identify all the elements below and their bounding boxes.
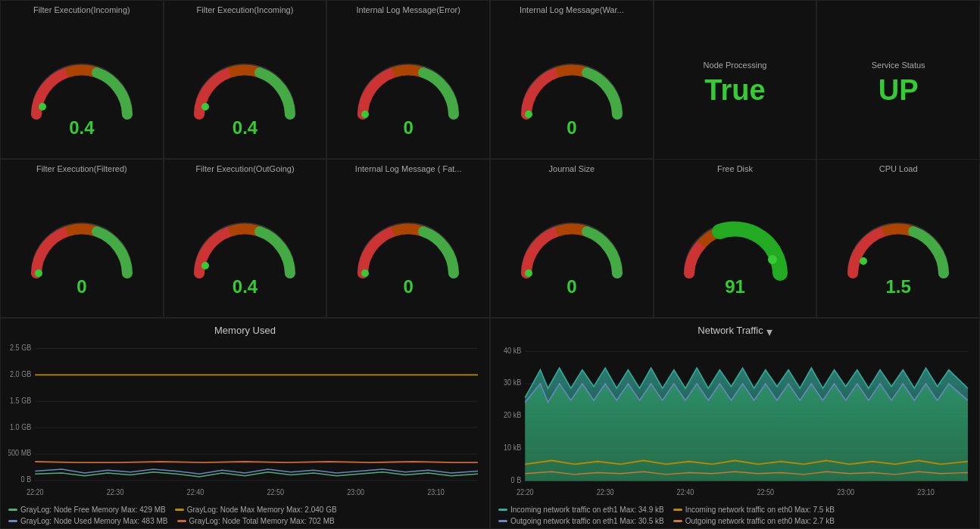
svg-text:0 B: 0 B	[21, 475, 32, 484]
gauge-value: 1.5	[885, 276, 910, 297]
gauge-visual: 0.4	[4, 16, 160, 155]
gauge-title: Filter Execution(Filtered)	[36, 164, 127, 173]
gauge-title: Journal Size	[549, 164, 595, 173]
memory-chart-title: Memory Used	[8, 325, 482, 336]
svg-text:22:20: 22:20	[517, 487, 534, 496]
svg-text:1.0 GB: 1.0 GB	[10, 422, 31, 431]
svg-point-2	[361, 110, 369, 118]
gauge-value: 0	[76, 276, 86, 297]
legend-item: GrayLog: Node Used Memory Max: 483 MB	[8, 517, 168, 525]
svg-text:22:40: 22:40	[187, 487, 204, 496]
svg-text:20 kB: 20 kB	[504, 410, 521, 419]
gauge-value: 0.4	[233, 276, 257, 297]
svg-text:2.5 GB: 2.5 GB	[10, 343, 31, 352]
legend-item: Incoming network traffic on eth1 Max: 34…	[498, 506, 664, 514]
legend-label: GrayLog: Node Free Memory Max: 429 MB	[20, 506, 166, 514]
gauge-filter-execution-outgoing: Filter Execution(OutGoing) 0.4	[164, 159, 327, 318]
service-status-section: Service Status UP	[825, 8, 972, 160]
gauge-cpu-load: CPU Load 1.5	[816, 159, 980, 318]
legend-item: Outgoing network traffic on eth1 Max: 30…	[498, 517, 664, 525]
legend-color	[175, 509, 184, 511]
svg-text:500 MB: 500 MB	[8, 449, 31, 458]
gauge-value: 0.4	[69, 117, 94, 138]
gauge-internal-log-fatal: Internal Log Message ( Fat... 0	[326, 159, 490, 318]
gauge-value: 0	[403, 276, 413, 297]
svg-marker-40	[525, 384, 968, 481]
gauge-visual: 91	[657, 175, 813, 314]
svg-text:23:10: 23:10	[917, 487, 935, 496]
svg-text:22:50: 22:50	[757, 487, 774, 496]
gauge-internal-log-warning: Internal Log Message(War... 0	[490, 0, 654, 159]
network-chart-area: 40 kB 30 kB 20 kB 10 kB 0 B	[498, 342, 972, 504]
gauge-title: Free Disk	[717, 164, 753, 173]
svg-point-7	[525, 269, 532, 277]
legend-color	[8, 520, 17, 522]
legend-item: GrayLog: Node Max Memory Max: 2.040 GB	[175, 506, 337, 514]
memory-chart-area: 2.5 GB 2.0 GB 1.5 GB 1.0 GB 500 MB 0 B	[8, 339, 482, 504]
svg-point-3	[525, 110, 532, 118]
gauge-title: Internal Log Message(Error)	[356, 5, 460, 14]
gauge-visual: 0	[494, 175, 650, 314]
gauge-visual: 0	[330, 16, 486, 155]
top-grid: Filter Execution(Incoming) 0.4	[0, 0, 980, 318]
gauge-value: 0	[566, 117, 576, 138]
legend-color	[498, 509, 507, 511]
gauge-visual: 0	[494, 16, 650, 155]
dropdown-arrow-icon[interactable]: ▾	[766, 325, 772, 339]
svg-text:22:40: 22:40	[677, 487, 694, 496]
svg-point-0	[39, 103, 46, 110]
svg-text:30 kB: 30 kB	[504, 378, 521, 387]
gauge-filter-execution-incoming-2: Filter Execution(Incoming) 0.4	[164, 0, 327, 159]
gauge-title: Internal Log Message(War...	[520, 5, 624, 14]
gauge-free-disk: Free Disk 91	[654, 159, 817, 318]
svg-point-9	[860, 257, 867, 265]
legend-label: Incoming network traffic on eth1 Max: 34…	[510, 506, 664, 514]
svg-point-5	[201, 262, 209, 269]
gauge-visual: 0.4	[167, 16, 323, 155]
svg-point-6	[361, 269, 369, 277]
svg-text:22:30: 22:30	[107, 487, 124, 496]
memory-chart-legend: GrayLog: Node Free Memory Max: 429 MB Gr…	[8, 506, 482, 525]
svg-text:40 kB: 40 kB	[504, 346, 521, 355]
gauge-filter-execution-filtered: Filter Execution(Filtered) 0	[0, 159, 164, 318]
svg-text:1.5 GB: 1.5 GB	[10, 396, 31, 405]
legend-color	[498, 520, 507, 522]
svg-point-8	[768, 255, 777, 264]
legend-color	[8, 509, 17, 511]
gauge-internal-log-error: Internal Log Message(Error) 0	[326, 0, 490, 159]
gauge-filter-execution-incoming-1: Filter Execution(Incoming) 0.4	[0, 0, 164, 159]
gauge-visual: 0.4	[167, 175, 323, 314]
legend-color	[673, 520, 682, 522]
gauge-value: 0	[566, 276, 576, 297]
svg-text:22:30: 22:30	[597, 487, 614, 496]
gauge-title: Filter Execution(Incoming)	[197, 5, 294, 14]
legend-label: GrayLog: Node Used Memory Max: 483 MB	[20, 517, 168, 525]
legend-item: GrayLog: Node Free Memory Max: 429 MB	[8, 506, 166, 514]
legend-label: GrayLog: Node Max Memory Max: 2.040 GB	[187, 506, 337, 514]
gauge-title: Internal Log Message ( Fat...	[355, 164, 462, 173]
svg-text:2.0 GB: 2.0 GB	[10, 369, 31, 378]
legend-color	[673, 509, 682, 511]
bottom-charts: Memory Used 2.5 GB 2.0 GB 1.5 GB 1.0 GB …	[0, 318, 980, 529]
gauge-title: CPU Load	[879, 164, 918, 173]
gauge-title: Filter Execution(OutGoing)	[195, 164, 294, 173]
gauge-value: 0	[403, 117, 413, 138]
gauge-value: 91	[725, 276, 745, 297]
gauge-title: Filter Execution(Incoming)	[33, 5, 130, 14]
legend-label: Outgoing network traffic on eth0 Max: 2.…	[685, 517, 835, 525]
memory-chart-panel: Memory Used 2.5 GB 2.0 GB 1.5 GB 1.0 GB …	[0, 318, 490, 529]
gauge-visual: 0	[4, 175, 160, 314]
svg-point-4	[35, 269, 42, 277]
svg-text:23:00: 23:00	[347, 487, 364, 496]
svg-point-1	[201, 103, 209, 110]
legend-label: GrayLog: Node Total Memory Max: 702 MB	[189, 517, 335, 525]
svg-text:23:10: 23:10	[427, 487, 445, 496]
legend-item: Incoming network traffic on eth0 Max: 7.…	[673, 506, 835, 514]
network-chart-title: Network Traffic	[698, 325, 763, 336]
legend-label: Incoming network traffic on eth0 Max: 7.…	[685, 506, 835, 514]
dashboard: Filter Execution(Incoming) 0.4	[0, 0, 980, 529]
legend-color	[177, 520, 186, 522]
node-processing-label: Node Processing	[704, 61, 767, 70]
node-processing-value: True	[704, 74, 765, 107]
gauge-visual: 0	[330, 175, 486, 314]
